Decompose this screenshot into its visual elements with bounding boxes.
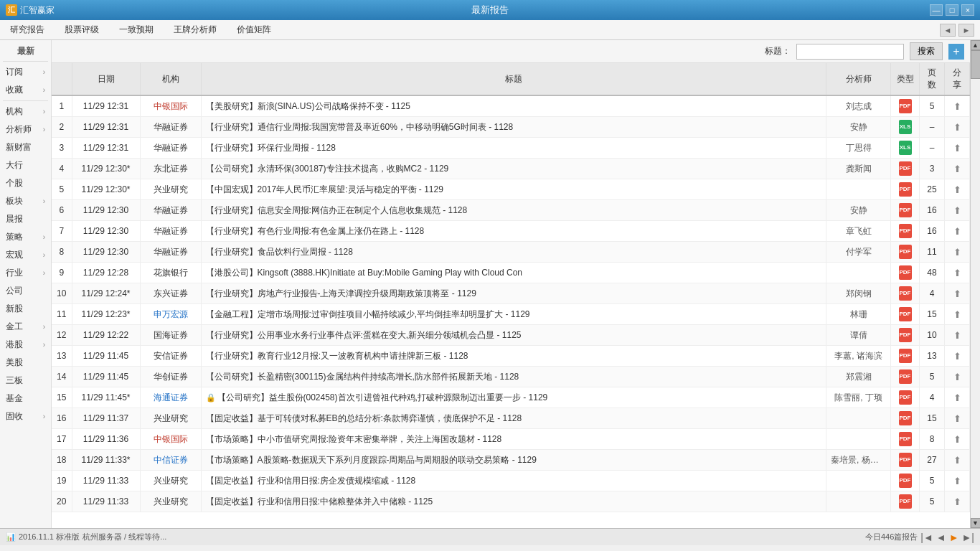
table-row[interactable]: 1511/29 11:45*海通证券🔒【公司研究】益生股份(002458)首次引…: [52, 387, 970, 408]
cell-share[interactable]: ⬆: [945, 346, 970, 367]
cell-share[interactable]: ⬆: [945, 117, 970, 138]
table-row[interactable]: 911/29 12:28花旗银行【港股公司】Kingsoft (3888.HK)…: [52, 263, 970, 283]
table-row[interactable]: 2011/29 11:33兴业研究【固定收益】行业和信用日报:中储粮整体并入中储…: [52, 491, 970, 512]
cell-share[interactable]: ⬆: [945, 242, 970, 263]
sidebar-item-hk[interactable]: 港股 ›: [0, 336, 51, 354]
cell-share[interactable]: ⬆: [945, 491, 970, 512]
nav-forward-button[interactable]: ►: [958, 24, 974, 37]
cell-share[interactable]: ⬆: [945, 159, 970, 179]
cell-institution[interactable]: 申万宏源: [140, 304, 201, 325]
cell-institution[interactable]: 华融证券: [140, 117, 201, 138]
cell-share[interactable]: ⬆: [945, 95, 970, 117]
table-row[interactable]: 711/29 12:30华融证券【行业研究】有色行业周报:有色金属上涨仍在路上 …: [52, 221, 970, 242]
share-icon[interactable]: ⬆: [953, 496, 961, 507]
table-row[interactable]: 511/29 12:30*兴业研究【中国宏观】2017年人民币汇率展望:灵活与稳…: [52, 179, 970, 200]
scroll-thumb[interactable]: [971, 50, 981, 79]
sidebar-item-industry[interactable]: 行业 ›: [0, 264, 51, 282]
cell-title[interactable]: 【公司研究】永清环保(300187)专注技术提高，收购MC2 - 1129: [201, 159, 826, 179]
cell-title[interactable]: 【固定收益】行业和信用日报:中储粮整体并入中储粮 - 1125: [201, 491, 826, 512]
cell-share[interactable]: ⬆: [945, 450, 970, 471]
scrollbar[interactable]: ▲ ▼: [970, 40, 980, 528]
sidebar-item-favorites[interactable]: 收藏 ›: [0, 81, 51, 99]
first-page-button[interactable]: |◄: [920, 532, 933, 543]
minimize-button[interactable]: —: [930, 4, 943, 16]
table-row[interactable]: 1011/29 12:24*东兴证券【行业研究】房地产行业报告-上海天津调控升级…: [52, 283, 970, 304]
table-row[interactable]: 211/29 12:31华融证券【行业研究】通信行业周报:我国宽带普及率近60%…: [52, 117, 970, 138]
share-icon[interactable]: ⬆: [953, 372, 961, 382]
cell-title[interactable]: 【行业研究】环保行业周报 - 1128: [201, 138, 826, 159]
sidebar-item-strategy[interactable]: 策略 ›: [0, 228, 51, 246]
cell-share[interactable]: ⬆: [945, 221, 970, 242]
cell-title[interactable]: 【行业研究】信息安全周报:网信办正在制定个人信息收集规范 - 1128: [201, 200, 826, 221]
table-row[interactable]: 311/29 12:31华融证券【行业研究】环保行业周报 - 1128丁思得XL…: [52, 138, 970, 159]
sidebar-item-neeq[interactable]: 三板: [0, 372, 51, 390]
cell-title[interactable]: 【行业研究】教育行业12月报:又一波教育机构申请挂牌新三板 - 1128: [201, 346, 826, 367]
cell-institution[interactable]: 东兴证券: [140, 283, 201, 304]
cell-share[interactable]: ⬆: [945, 304, 970, 325]
prev-page-button[interactable]: ◄: [936, 532, 946, 543]
scroll-up-button[interactable]: ▲: [971, 40, 981, 50]
sidebar-item-newwealth[interactable]: 新财富: [0, 138, 51, 156]
share-icon[interactable]: ⬆: [953, 351, 961, 362]
sidebar-item-morning[interactable]: 晨报: [0, 210, 51, 228]
cell-share[interactable]: ⬆: [945, 408, 970, 429]
sidebar-item-institution[interactable]: 机构 ›: [0, 103, 51, 121]
cell-institution[interactable]: 兴业研究: [140, 471, 201, 491]
cell-title[interactable]: 【行业研究】食品饮料行业周报 - 1128: [201, 242, 826, 263]
cell-title[interactable]: 🔒【公司研究】益生股份(002458)首次引进曾祖代种鸡,打破种源限制迈出重要一…: [201, 387, 826, 408]
cell-title[interactable]: 【中国宏观】2017年人民币汇率展望:灵活与稳定的平衡 - 1129: [201, 179, 826, 200]
col-header-date[interactable]: 日期: [72, 63, 140, 95]
share-icon[interactable]: ⬆: [953, 392, 961, 403]
share-icon[interactable]: ⬆: [953, 434, 961, 445]
col-header-analyst[interactable]: 分析师: [826, 63, 891, 95]
cell-title[interactable]: 【行业研究】通信行业周报:我国宽带普及率近60%，中移动明确5G时间表 - 11…: [201, 117, 826, 138]
share-icon[interactable]: ⬆: [953, 226, 961, 237]
cell-title[interactable]: 【港股公司】Kingsoft (3888.HK)Initiate at Buy:…: [201, 263, 826, 283]
sidebar-item-company[interactable]: 公司: [0, 282, 51, 300]
cell-title[interactable]: 【市场策略】中小市值研究周报:险资年末密集举牌，关注上海国改题材 - 1128: [201, 429, 826, 450]
cell-title[interactable]: 【美股研究】新浪(SINA.US)公司战略保持不变 - 1125: [201, 95, 826, 117]
search-button[interactable]: 搜索: [910, 42, 943, 60]
cell-share[interactable]: ⬆: [945, 200, 970, 221]
share-icon[interactable]: ⬆: [953, 288, 961, 299]
add-button[interactable]: +: [948, 44, 964, 60]
menu-research-reports[interactable]: 研究报告: [6, 21, 49, 39]
cell-institution[interactable]: 安信证券: [140, 346, 201, 367]
table-row[interactable]: 1811/29 11:33*中信证券【市场策略】A股策略-数据观天下系列月度跟踪…: [52, 450, 970, 471]
share-icon[interactable]: ⬆: [953, 268, 961, 278]
cell-title[interactable]: 【行业研究】房地产行业报告-上海天津调控升级周期政策顶将至 - 1129: [201, 283, 826, 304]
cell-title[interactable]: 【行业研究】公用事业水务行业事件点评:蛋糕在变大,新兴细分领域机会凸显 - 11…: [201, 325, 826, 346]
share-icon[interactable]: ⬆: [953, 413, 961, 424]
nav-back-button[interactable]: ◄: [940, 24, 956, 37]
cell-institution[interactable]: 兴业研究: [140, 408, 201, 429]
menu-value-matrix[interactable]: 价值矩阵: [232, 21, 275, 39]
col-header-title[interactable]: 标题: [201, 63, 826, 95]
table-row[interactable]: 1711/29 11:36中银国际【市场策略】中小市值研究周报:险资年末密集举牌…: [52, 429, 970, 450]
sidebar-item-quant[interactable]: 金工 ›: [0, 318, 51, 336]
cell-title[interactable]: 【公司研究】长盈精密(300115)金属结构件持续高增长,防水部件拓展新天地 -…: [201, 367, 826, 387]
sidebar-item-fund[interactable]: 基金: [0, 390, 51, 408]
cell-institution[interactable]: 中信证券: [140, 450, 201, 471]
menu-stock-ratings[interactable]: 股票评级: [60, 21, 103, 39]
share-icon[interactable]: ⬆: [953, 309, 961, 320]
cell-title[interactable]: 【金融工程】定增市场周报:过审倒挂项目小幅持续减少,平均倒挂率却明显扩大 - 1…: [201, 304, 826, 325]
cell-share[interactable]: ⬆: [945, 138, 970, 159]
sidebar-item-macro[interactable]: 宏观 ›: [0, 246, 51, 264]
share-icon[interactable]: ⬆: [953, 476, 961, 486]
cell-title[interactable]: 【行业研究】有色行业周报:有色金属上涨仍在路上 - 1128: [201, 221, 826, 242]
menu-consensus[interactable]: 一致预期: [115, 21, 158, 39]
cell-share[interactable]: ⬆: [945, 387, 970, 408]
sidebar-item-fixedincome[interactable]: 固收 ›: [0, 408, 51, 425]
sidebar-item-individual[interactable]: 个股: [0, 174, 51, 192]
cell-institution[interactable]: 华融证券: [140, 221, 201, 242]
close-button[interactable]: ×: [961, 4, 974, 16]
col-header-inst[interactable]: 机构: [140, 63, 201, 95]
cell-institution[interactable]: 兴业研究: [140, 491, 201, 512]
sidebar-item-bigbank[interactable]: 大行: [0, 156, 51, 174]
table-row[interactable]: 1211/29 12:22国海证券【行业研究】公用事业水务行业事件点评:蛋糕在变…: [52, 325, 970, 346]
last-page-button[interactable]: ►|: [962, 532, 975, 543]
share-icon[interactable]: ⬆: [953, 101, 961, 112]
share-icon[interactable]: ⬆: [953, 143, 961, 154]
share-icon[interactable]: ⬆: [953, 455, 961, 466]
sidebar-item-us[interactable]: 美股: [0, 354, 51, 372]
